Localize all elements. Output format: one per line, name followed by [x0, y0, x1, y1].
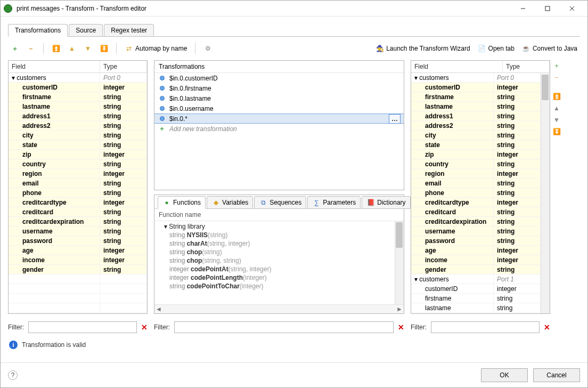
function-row[interactable]: integer codePointLength(integer): [154, 273, 404, 282]
move-up-button[interactable]: ▲: [65, 43, 79, 54]
minimize-button[interactable]: [511, 1, 535, 16]
table-row[interactable]: zipinteger: [411, 150, 541, 159]
help-button[interactable]: ?: [8, 370, 18, 380]
table-row[interactable]: lastnamestring: [411, 102, 541, 111]
ellipsis-button[interactable]: …: [389, 114, 401, 124]
table-row[interactable]: countrystring: [9, 159, 147, 169]
left-filter-input[interactable]: [28, 321, 137, 333]
table-row[interactable]: address2string: [411, 121, 541, 131]
table-row[interactable]: firstnamestring: [9, 92, 147, 102]
move-bottom-button[interactable]: ⏬: [97, 43, 111, 54]
table-row[interactable]: citystring: [9, 131, 147, 140]
table-row[interactable]: lastnamestring: [411, 303, 541, 313]
mid-filter-input[interactable]: [174, 321, 394, 333]
right-top-button[interactable]: ⏫: [552, 92, 561, 101]
table-row[interactable]: creditcardstring: [411, 207, 541, 217]
right-bottom-button[interactable]: ⏬: [552, 127, 561, 136]
right-down-button[interactable]: ▼: [552, 116, 561, 124]
table-row[interactable]: creditcardtypeinteger: [411, 198, 541, 207]
right-body[interactable]: ▾ customersPort 0customerIDintegerfirstn…: [411, 73, 550, 313]
function-row[interactable]: string codePointToChar(integer): [154, 282, 404, 290]
fn-hscroll[interactable]: ◄►: [154, 304, 404, 313]
transformations-list[interactable]: $in.0.customerID$in.0.firstname$in.0.las…: [154, 73, 404, 190]
left-filter-clear[interactable]: ✕: [141, 323, 148, 332]
right-filter-clear[interactable]: ✕: [544, 323, 550, 332]
open-tab-button[interactable]: 📄 Open tab: [475, 43, 517, 54]
maximize-button[interactable]: [535, 1, 560, 16]
close-button[interactable]: [560, 1, 584, 16]
add-button[interactable]: ＋: [8, 43, 22, 54]
move-down-button[interactable]: ▼: [81, 43, 95, 54]
function-row[interactable]: string NYSIIS(string): [154, 231, 404, 239]
table-row[interactable]: genderstring: [9, 265, 147, 274]
ok-button[interactable]: OK: [481, 368, 528, 382]
table-row[interactable]: incomeinteger: [411, 255, 541, 265]
tab-functions[interactable]: ●Functions: [158, 196, 206, 209]
left-group-row[interactable]: ▾ customersPort 0: [9, 73, 147, 83]
left-header-field[interactable]: Field: [9, 61, 100, 72]
table-row[interactable]: phonestring: [411, 188, 541, 198]
table-row[interactable]: creditcardexpirationstring: [411, 217, 541, 227]
table-row[interactable]: zipinteger: [9, 150, 147, 159]
right-header-type[interactable]: Type: [503, 61, 550, 72]
function-row[interactable]: string chop(string, string): [154, 256, 404, 265]
automap-button[interactable]: ⇄ Automap by name: [122, 43, 190, 54]
remove-button[interactable]: －: [24, 43, 38, 54]
tab-dictionary[interactable]: 📕Dictionary: [362, 196, 410, 209]
right-filter-input[interactable]: [431, 321, 540, 333]
launch-wizard-button[interactable]: 🧙 Launch the Transform Wizard: [373, 43, 472, 54]
table-row[interactable]: firstnamestring: [411, 92, 541, 102]
cancel-button[interactable]: Cancel: [533, 368, 580, 382]
settings-button[interactable]: ⚙: [201, 43, 215, 54]
fn-library-row[interactable]: ▾ String library: [154, 222, 404, 231]
table-row[interactable]: firstnamestring: [411, 294, 541, 303]
transformation-row[interactable]: $in.0.username: [154, 103, 404, 114]
table-row[interactable]: address1string: [411, 111, 541, 121]
table-row[interactable]: countrystring: [411, 159, 541, 169]
fn-scrollbar[interactable]: [395, 221, 404, 304]
right-scrollbar[interactable]: [541, 74, 550, 313]
table-row[interactable]: ageinteger: [411, 246, 541, 255]
tab-source[interactable]: Source: [69, 24, 103, 37]
table-row[interactable]: address2string: [9, 121, 147, 131]
tab-transformations[interactable]: Transformations: [8, 24, 68, 37]
transformation-row[interactable]: $in.0.customerID: [154, 73, 404, 83]
mid-filter-clear[interactable]: ✕: [398, 323, 404, 332]
table-row[interactable]: usernamestring: [411, 227, 541, 236]
tab-parameters[interactable]: ∑Parameters: [307, 196, 361, 209]
table-row[interactable]: incomeinteger: [9, 255, 147, 265]
table-row[interactable]: emailstring: [9, 179, 147, 188]
transformation-row[interactable]: $in.0.lastname: [154, 93, 404, 103]
table-row[interactable]: address1string: [9, 111, 147, 121]
function-row[interactable]: string charAt(string, integer): [154, 239, 404, 248]
function-row[interactable]: integer codePointAt(string, integer): [154, 265, 404, 273]
table-row[interactable]: passwordstring: [9, 236, 147, 246]
table-row[interactable]: citystring: [411, 131, 541, 140]
table-row[interactable]: customerIDinteger: [411, 83, 541, 92]
table-row[interactable]: lastnamestring: [9, 102, 147, 111]
convert-java-button[interactable]: ☕ Convert to Java: [519, 43, 580, 54]
table-row[interactable]: regioninteger: [411, 169, 541, 179]
fn-list[interactable]: ▾ String librarystring NYSIIS(string)str…: [154, 221, 404, 304]
right-group-row[interactable]: ▾ customersPort 0: [411, 73, 541, 83]
right-group-row[interactable]: ▾ customersPort 1: [411, 274, 541, 284]
table-row[interactable]: creditcardstring: [9, 207, 147, 217]
transformation-row[interactable]: $in.0.*…: [154, 114, 404, 124]
right-add-button[interactable]: ＋: [552, 61, 561, 70]
move-top-button[interactable]: ⏫: [49, 43, 63, 54]
table-row[interactable]: customerIDinteger: [9, 83, 147, 92]
table-row[interactable]: statestring: [9, 140, 147, 150]
transformation-row[interactable]: $in.0.firstname: [154, 83, 404, 93]
table-row[interactable]: statestring: [411, 140, 541, 150]
table-row[interactable]: emailstring: [411, 179, 541, 188]
tab-regex-tester[interactable]: Regex tester: [104, 24, 154, 37]
table-row[interactable]: ageinteger: [9, 246, 147, 255]
table-row[interactable]: regioninteger: [9, 169, 147, 179]
add-transformation-row[interactable]: ＋Add new transformation: [154, 124, 404, 134]
right-up-button[interactable]: ▲: [552, 104, 561, 112]
table-row[interactable]: customerIDinteger: [411, 284, 541, 294]
table-row[interactable]: phonestring: [9, 188, 147, 198]
table-row[interactable]: usernamestring: [9, 227, 147, 236]
right-remove-button[interactable]: －: [552, 73, 561, 82]
left-body[interactable]: ▾ customersPort 0customerIDintegerfirstn…: [9, 73, 147, 313]
